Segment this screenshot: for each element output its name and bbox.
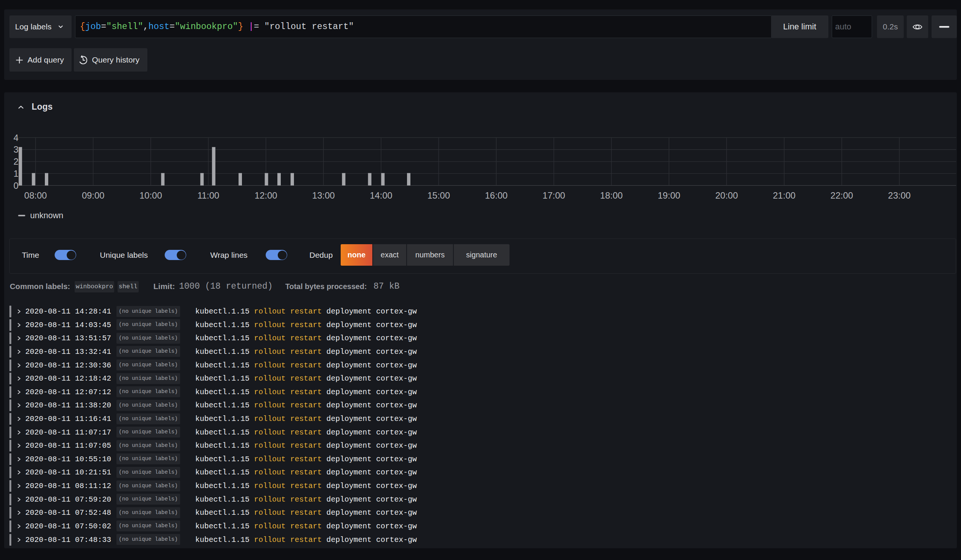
svg-text:18:00: 18:00 (600, 190, 623, 201)
svg-text:16:00: 16:00 (485, 190, 508, 201)
svg-text:15:00: 15:00 (427, 190, 450, 201)
svg-text:11:00: 11:00 (198, 190, 219, 201)
svg-text:0: 0 (14, 181, 18, 191)
svg-text:12:00: 12:00 (255, 190, 277, 201)
svg-text:22:00: 22:00 (831, 190, 853, 201)
svg-text:09:00: 09:00 (82, 190, 104, 201)
svg-text:2: 2 (14, 156, 18, 167)
svg-text:4: 4 (14, 133, 18, 143)
svg-text:20:00: 20:00 (715, 190, 738, 201)
svg-text:23:00: 23:00 (888, 190, 911, 201)
svg-text:13:00: 13:00 (312, 190, 335, 201)
svg-text:10:00: 10:00 (140, 190, 162, 201)
svg-text:21:00: 21:00 (773, 190, 795, 201)
svg-text:3: 3 (14, 144, 18, 154)
svg-text:1: 1 (14, 168, 18, 179)
svg-text:08:00: 08:00 (24, 190, 47, 201)
svg-text:17:00: 17:00 (543, 190, 565, 201)
svg-text:14:00: 14:00 (370, 190, 392, 201)
svg-text:19:00: 19:00 (657, 190, 680, 201)
